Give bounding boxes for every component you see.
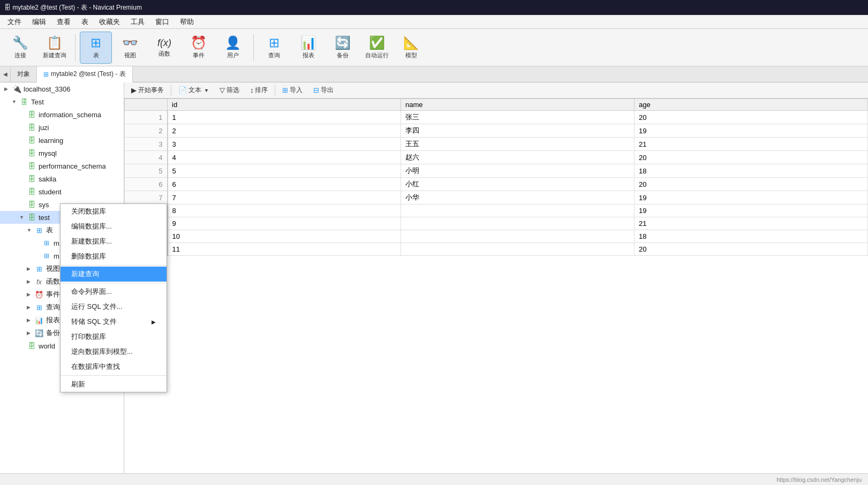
table-row[interactable]: 8 8 19 [125,204,868,217]
btn-text[interactable]: 📄 文本 ▼ [173,84,214,97]
cell-age-5[interactable]: 18 [635,164,868,178]
btn-begin-tx[interactable]: ▶ 开始事务 [126,84,169,97]
cell-name-7[interactable]: 小华 [401,191,635,204]
ctx-item-find-in-db[interactable]: 在数据库中查找 [61,359,167,374]
main-toolbar: 🔧 连接 📋 新建查询 ⊞ 表 👓 视图 f(x) 函数 ⏰ 事件 👤 用户 ⊞… [0,29,868,66]
ctx-item-edit-db[interactable]: 编辑数据库... [61,219,167,234]
toolbar-model[interactable]: 📐 模型 [395,32,427,64]
menu-window[interactable]: 窗口 [150,16,175,28]
cell-name-2[interactable]: 李四 [401,124,635,138]
sidebar-item-learning[interactable]: 🗄 learning [0,134,124,147]
table-row[interactable]: 2 2 李四 19 [125,124,868,138]
cell-age-10[interactable]: 18 [635,230,868,243]
sidebar-item-mysql[interactable]: 🗄 mysql [0,147,124,160]
table-row[interactable]: 1 1 张三 20 [125,111,868,124]
tab-mytable2[interactable]: ⊞ mytable2 @test (Test) - 表 [37,66,133,82]
btn-export[interactable]: ⊟ 导出 [308,84,338,97]
cell-name-1[interactable]: 张三 [401,111,635,124]
sidebar-item-juzi[interactable]: 🗄 juzi [0,121,124,134]
cell-id-1[interactable]: 1 [168,111,401,124]
table-row[interactable]: 10 10 18 [125,230,868,243]
table-row[interactable]: 7 7 小华 19 [125,191,868,204]
cell-age-7[interactable]: 19 [635,191,868,204]
cell-id-6[interactable]: 6 [168,178,401,191]
btn-import[interactable]: ⊞ 导入 [277,84,307,97]
cell-age-11[interactable]: 20 [635,243,868,256]
menu-edit[interactable]: 编辑 [27,16,51,28]
menu-bar: 文件 编辑 查看 表 收藏夹 工具 窗口 帮助 [0,15,868,29]
cell-name-6[interactable]: 小红 [401,178,635,191]
menu-table[interactable]: 表 [76,16,94,28]
toolbar-connect[interactable]: 🔧 连接 [4,32,36,64]
menu-file[interactable]: 文件 [2,16,27,28]
toolbar-view[interactable]: 👓 视图 [114,32,146,64]
menu-tools[interactable]: 工具 [125,16,150,28]
cell-age-2[interactable]: 19 [635,124,868,138]
sidebar-item-sakila[interactable]: 🗄 sakila [0,172,124,185]
ctx-item-transfer-sql[interactable]: 转储 SQL 文件▶ [61,314,167,329]
sidebar-item-performance-schema[interactable]: 🗄 performance_schema [0,160,124,172]
menu-view[interactable]: 查看 [51,16,76,28]
col-header-name[interactable]: name [401,99,635,111]
menu-favorites[interactable]: 收藏夹 [94,16,125,28]
toolbar-autorun[interactable]: ✅ 自动运行 [361,32,393,64]
ctx-item-delete-db[interactable]: 删除数据库 [61,249,167,264]
ctx-item-refresh[interactable]: 刷新 [61,377,167,392]
cell-age-8[interactable]: 19 [635,204,868,217]
table-row[interactable]: 5 5 小明 18 [125,164,868,178]
sidebar-item-student[interactable]: 🗄 student [0,185,124,198]
ctx-item-reverse-model[interactable]: 逆向数据库到模型... [61,344,167,359]
cell-name-3[interactable]: 王五 [401,138,635,151]
cell-age-4[interactable]: 20 [635,151,868,164]
cell-age-9[interactable]: 21 [635,217,868,230]
cell-name-4[interactable]: 赵六 [401,151,635,164]
tab-objects[interactable]: 对象 [11,66,37,82]
cell-age-6[interactable]: 20 [635,178,868,191]
cell-name-10[interactable] [401,230,635,243]
btn-sort[interactable]: ↕ 排序 [245,84,273,97]
cell-id-7[interactable]: 7 [168,191,401,204]
cell-id-8[interactable]: 8 [168,204,401,217]
toolbar-function[interactable]: f(x) 函数 [148,32,180,64]
col-header-id[interactable]: id [168,99,401,111]
ctx-item-new-db[interactable]: 新建数据库... [61,234,167,249]
cell-id-5[interactable]: 5 [168,164,401,178]
sidebar-label-localhost: localhost_3306 [24,85,70,93]
ctx-item-cmd-line[interactable]: 命令列界面... [61,284,167,299]
toolbar-new-query[interactable]: 📋 新建查询 [39,32,71,64]
sidebar-item-information-schema[interactable]: 🗄 information_schema [0,108,124,121]
table-row[interactable]: 9 9 21 [125,217,868,230]
btn-filter[interactable]: ▽ 筛选 [215,84,244,97]
cell-id-10[interactable]: 10 [168,230,401,243]
toolbar-table[interactable]: ⊞ 表 [80,32,112,64]
tab-nav-left[interactable]: ◀ [0,66,11,82]
cell-id-11[interactable]: 11 [168,243,401,256]
menu-help[interactable]: 帮助 [175,16,199,28]
cell-name-11[interactable] [401,243,635,256]
ctx-item-run-sql[interactable]: 运行 SQL 文件... [61,299,167,314]
toolbar-report[interactable]: 📊 报表 [292,32,324,64]
cell-id-4[interactable]: 4 [168,151,401,164]
table-row[interactable]: 6 6 小红 20 [125,178,868,191]
cell-age-1[interactable]: 20 [635,111,868,124]
toolbar-event[interactable]: ⏰ 事件 [183,32,215,64]
cell-id-9[interactable]: 9 [168,217,401,230]
table-row[interactable]: 11 11 20 [125,243,868,256]
cell-name-5[interactable]: 小明 [401,164,635,178]
ctx-item-close-db[interactable]: 关闭数据库 [61,204,167,219]
cell-id-3[interactable]: 3 [168,138,401,151]
ctx-item-new-query[interactable]: 新建查询 [61,267,167,282]
toolbar-user[interactable]: 👤 用户 [217,32,249,64]
col-header-age[interactable]: age [635,99,868,111]
cell-name-9[interactable] [401,217,635,230]
cell-name-8[interactable] [401,204,635,217]
toolbar-backup[interactable]: 🔄 备份 [327,32,359,64]
sidebar-item-localhost[interactable]: ▶ 🔌 localhost_3306 [0,82,124,95]
table-row[interactable]: 4 4 赵六 20 [125,151,868,164]
cell-id-2[interactable]: 2 [168,124,401,138]
ctx-item-print-db[interactable]: 打印数据库 [61,329,167,344]
sidebar-item-test-db[interactable]: ▼ 🗄 Test [0,95,124,108]
toolbar-query[interactable]: ⊞ 查询 [258,32,290,64]
cell-age-3[interactable]: 21 [635,138,868,151]
table-row[interactable]: 3 3 王五 21 [125,138,868,151]
